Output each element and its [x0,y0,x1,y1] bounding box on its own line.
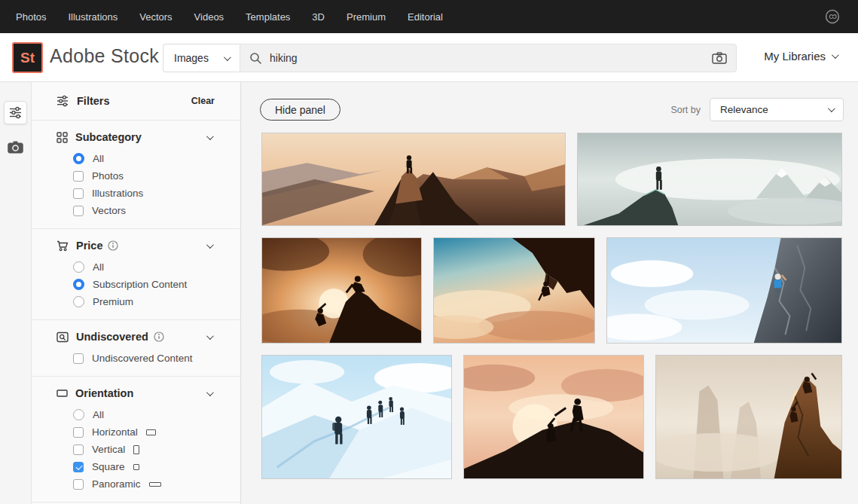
search-field[interactable] [240,44,737,72]
results-area: Hide panel Sort by Relevance [241,82,858,504]
vertical-shape-icon [133,445,139,454]
orientation-option-all[interactable]: All [73,409,212,420]
filters-panel: Filters Clear Subcategory All Photos [32,82,241,504]
sort-dropdown[interactable]: Relevance [710,98,844,121]
result-image-4[interactable] [433,237,595,344]
nav-item-illustrations[interactable]: Illustrations [68,11,118,23]
subcategory-option-all[interactable]: All [73,153,212,164]
panoramic-shape-icon [149,482,161,487]
filter-section-undiscovered: Undiscovered Undiscovered Content [32,320,240,376]
radio-unchecked[interactable] [73,409,84,420]
chevron-down-icon [224,53,231,61]
checkbox-unchecked[interactable] [73,427,84,438]
filters-rail-button[interactable] [4,101,27,124]
checkbox-unchecked[interactable] [73,171,84,182]
rectangle-icon [56,389,68,398]
subcategory-option-illustrations[interactable]: Illustrations [73,188,212,199]
brand-title: Adobe Stock [50,45,159,67]
radio-checked[interactable] [73,153,84,164]
nav-item-templates[interactable]: Templates [246,11,290,23]
orientation-option-panoramic[interactable]: Panoramic [73,478,212,490]
subcategory-title: Subcategory [75,131,142,143]
result-image-7[interactable] [463,355,644,479]
orientation-header[interactable]: Orientation [56,387,212,399]
category-dropdown[interactable]: Images [163,44,240,72]
tool-rail [0,82,32,504]
sliders-icon [56,95,69,107]
checkbox-unchecked[interactable] [73,206,84,216]
visual-search-camera-icon[interactable] [712,52,727,64]
horizontal-shape-icon [146,429,156,435]
orientation-option-vertical[interactable]: Vertical [73,444,212,455]
search-in-frame-icon [56,331,69,343]
orientation-option-square[interactable]: Square [73,461,212,472]
result-image-3[interactable] [261,237,422,344]
chevron-down-icon [828,105,835,112]
price-option-premium[interactable]: Premium [73,296,212,307]
checkbox-unchecked[interactable] [73,188,84,199]
cart-icon [56,240,69,252]
chevron-down-icon [832,51,839,59]
subcategory-header[interactable]: Subcategory [56,131,212,143]
search-input[interactable] [270,52,704,64]
filter-section-price: Price All Subscription Content Premium [32,229,240,319]
radio-unchecked[interactable] [73,296,84,307]
search-bar: Images [163,44,737,72]
result-image-2[interactable] [577,133,842,226]
nav-item-editorial[interactable]: Editorial [408,11,443,23]
filter-section-orientation: Orientation All Horizontal Vertical Squa… [32,377,240,502]
square-shape-icon [133,464,139,470]
result-image-5[interactable] [606,237,842,344]
sort-controls: Sort by Relevance [670,98,844,121]
orientation-option-horizontal[interactable]: Horizontal [73,426,212,438]
nav-item-photos[interactable]: Photos [16,11,46,23]
camera-rail-icon[interactable] [8,141,23,154]
chevron-down-icon [206,133,214,140]
price-option-subscription[interactable]: Subscription Content [73,279,212,290]
subcategory-option-photos[interactable]: Photos [73,170,212,182]
top-navigation: Photos Illustrations Vectors Videos Temp… [0,0,858,33]
nav-item-videos[interactable]: Videos [194,11,224,23]
nav-item-3d[interactable]: 3D [312,11,325,23]
result-image-1[interactable] [261,133,566,226]
radio-checked[interactable] [73,279,84,290]
undiscovered-title: Undiscovered [76,331,164,343]
checkbox-unchecked[interactable] [73,353,84,364]
chevron-down-icon [206,332,214,340]
sort-by-label: Sort by [670,105,701,115]
app-header: St Adobe Stock Images My Libraries [0,33,858,82]
adobe-stock-logo[interactable]: St [12,42,43,73]
search-icon [249,52,262,65]
radio-unchecked[interactable] [73,261,84,273]
filters-header: Filters Clear [32,82,240,120]
chevron-down-icon [206,389,214,396]
info-icon[interactable] [154,331,164,342]
result-image-8[interactable] [655,355,842,479]
creative-cloud-icon[interactable] [825,9,840,24]
info-icon[interactable] [108,240,118,251]
subcategory-option-vectors[interactable]: Vectors [73,205,212,216]
chevron-down-icon [206,241,214,249]
image-results-grid [261,133,842,479]
clear-filters-button[interactable]: Clear [191,96,215,106]
checkbox-checked[interactable] [73,462,84,472]
divider [32,502,240,502]
result-image-6[interactable] [261,355,452,479]
checkbox-unchecked[interactable] [73,444,84,455]
grid-icon [56,132,68,143]
nav-item-vectors[interactable]: Vectors [139,11,172,23]
undiscovered-header[interactable]: Undiscovered [56,331,212,343]
price-header[interactable]: Price [56,240,212,252]
my-libraries-menu[interactable]: My Libraries [764,50,837,63]
nav-item-premium[interactable]: Premium [347,11,386,23]
category-dropdown-value: Images [174,52,209,64]
my-libraries-label: My Libraries [764,50,826,63]
orientation-title: Orientation [75,387,133,399]
price-option-all[interactable]: All [73,261,212,273]
undiscovered-option-content[interactable]: Undiscovered Content [73,353,212,364]
filters-title: Filters [77,95,110,107]
price-title: Price [76,240,118,252]
checkbox-unchecked[interactable] [73,479,84,490]
logo-text: St [20,50,35,66]
hide-panel-button[interactable]: Hide panel [260,99,340,121]
